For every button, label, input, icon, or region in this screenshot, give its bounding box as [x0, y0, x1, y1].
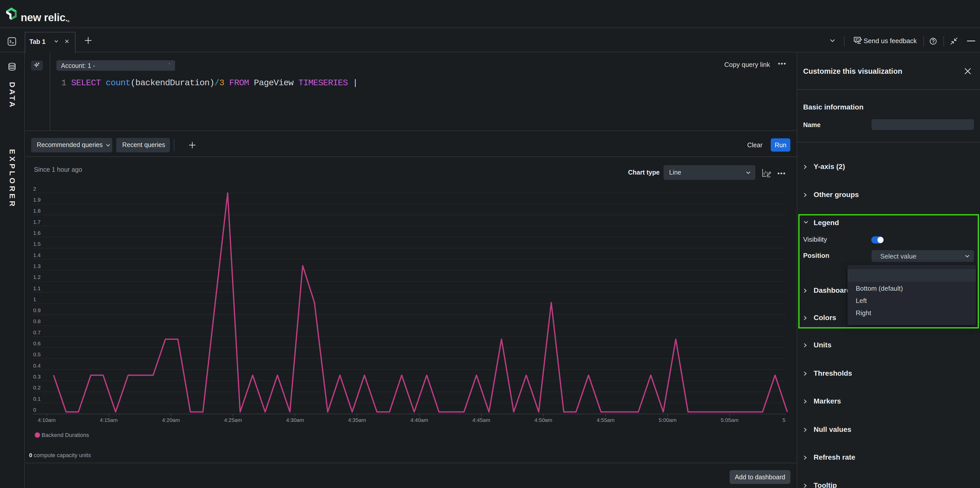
svg-text:0.7: 0.7	[33, 329, 41, 335]
svg-text:0.8: 0.8	[33, 318, 41, 324]
svg-text:0.9: 0.9	[33, 307, 41, 313]
svg-text:1.7: 1.7	[33, 219, 41, 225]
svg-text:1.2: 1.2	[33, 274, 41, 280]
svg-text:0.2: 0.2	[33, 385, 41, 391]
svg-text:1.8: 1.8	[33, 208, 41, 214]
svg-text:1.3: 1.3	[33, 263, 41, 269]
svg-text:4:30am: 4:30am	[286, 417, 304, 423]
svg-text:1.5: 1.5	[33, 241, 41, 247]
svg-text:0.4: 0.4	[33, 363, 41, 369]
svg-text:4:20am: 4:20am	[162, 417, 180, 423]
svg-text:5: 5	[783, 417, 786, 423]
svg-text:5:00am: 5:00am	[659, 417, 676, 423]
svg-text:0.1: 0.1	[33, 396, 41, 402]
svg-text:1.6: 1.6	[33, 230, 41, 236]
svg-text:2: 2	[33, 186, 36, 192]
svg-text:0: 0	[33, 407, 36, 413]
svg-text:1: 1	[33, 296, 36, 302]
svg-text:4:55am: 4:55am	[597, 417, 614, 423]
svg-text:0.5: 0.5	[33, 351, 41, 357]
svg-text:4:10am: 4:10am	[38, 417, 56, 423]
svg-text:4:40am: 4:40am	[410, 417, 428, 423]
svg-text:4:35am: 4:35am	[348, 417, 366, 423]
svg-text:4:15am: 4:15am	[100, 417, 118, 423]
svg-text:1.9: 1.9	[33, 197, 41, 203]
svg-text:1.1: 1.1	[33, 285, 41, 291]
svg-text:4:25am: 4:25am	[224, 417, 242, 423]
svg-text:0.3: 0.3	[33, 374, 41, 380]
svg-text:5:05am: 5:05am	[721, 417, 738, 423]
svg-text:4:45am: 4:45am	[473, 417, 490, 423]
svg-text:4:50am: 4:50am	[535, 417, 552, 423]
svg-text:0.6: 0.6	[33, 340, 41, 347]
svg-text:1.4: 1.4	[33, 252, 41, 258]
